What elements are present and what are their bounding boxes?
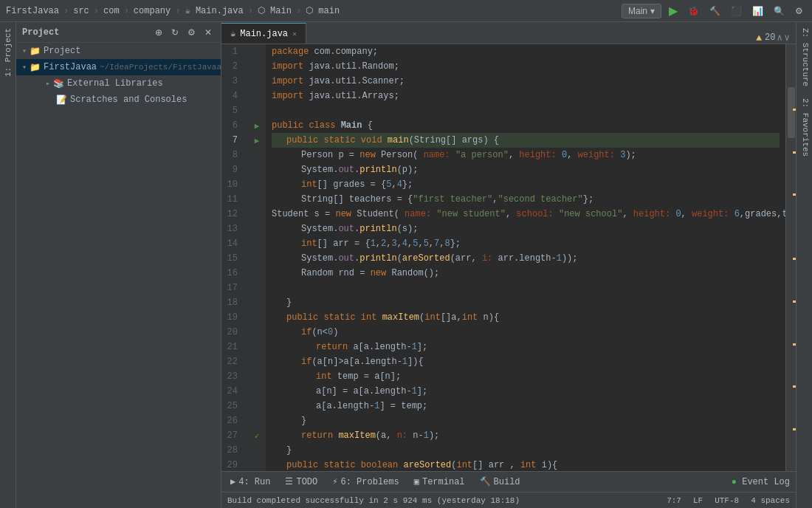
breadcrumb-main-class[interactable]: ⬡ Main: [258, 5, 292, 16]
gutter-19: [248, 310, 266, 325]
code-line-7: public static void main(String[] args) {: [272, 133, 780, 148]
sidebar-header: Project ⊕ ↻ ⚙ ✕: [16, 22, 221, 43]
warn-marker-6: [793, 343, 796, 346]
problems-label: 6: Problems: [341, 477, 399, 487]
search-button[interactable]: 🔍: [771, 4, 788, 18]
project-tab[interactable]: 1: Project: [1, 22, 15, 83]
structure-tab[interactable]: Z: Structure: [796, 22, 812, 92]
tree-item-scratches[interactable]: 📝 Scratches and Consoles: [16, 92, 221, 108]
terminal-btn[interactable]: ▣ Terminal: [411, 475, 468, 489]
code-line-22: if(a[n]>a[a.length-1]){: [272, 354, 780, 369]
breadcrumb-area: FirstJavaa › src › com › company › ☕ Mai…: [6, 5, 622, 16]
gutter-12: [248, 207, 266, 222]
problems-btn[interactable]: ⚡ 6: Problems: [329, 475, 402, 489]
branch-dropdown-icon: ▾: [650, 6, 655, 16]
favorites-tab[interactable]: 2: Favorites: [796, 92, 812, 162]
code-line-8: Person p = new Person( name: "a person",…: [272, 148, 780, 162]
code-area[interactable]: package com.company; import java.util.Ra…: [266, 44, 785, 471]
tab-mainjava[interactable]: ☕ Main.java ✕: [221, 23, 306, 44]
firstjavaa-path: ~/IdeaProjects/FirstJavaa: [100, 63, 221, 72]
firstjavaa-icon: 📁: [30, 62, 41, 73]
ln-15: 15: [221, 251, 242, 266]
firstjavaa-label: FirstJavaa: [44, 62, 97, 72]
sidebar-tree: ▾ 📁 Project ▾ 📁 FirstJavaa ~/IdeaProject…: [16, 43, 221, 508]
sidebar-settings-btn[interactable]: ⚙: [185, 26, 199, 39]
encoding[interactable]: UTF-8: [715, 496, 739, 505]
event-log-btn[interactable]: ● Event Log: [732, 477, 790, 487]
breadcrumb-com[interactable]: com: [103, 6, 120, 16]
warnings-area[interactable]: ▲ 20 ∧ ∨: [750, 32, 796, 44]
run-toolbar-btn[interactable]: ▶ 4: Run: [227, 475, 273, 489]
ln-1: 1: [221, 44, 242, 59]
tree-item-external-libs[interactable]: ▸ 📚 External Libraries: [16, 75, 221, 92]
warn-marker-5: [793, 301, 796, 303]
warn-marker-7: [793, 385, 796, 388]
build-toolbar-btn[interactable]: 🔨 Build: [477, 475, 523, 489]
warn-marker-8: [793, 428, 796, 430]
sidebar-add-btn[interactable]: ⊕: [152, 26, 165, 39]
sidebar-title: Project: [22, 27, 59, 38]
warn-marker-4: [793, 258, 796, 260]
indent-setting[interactable]: 4 spaces: [751, 496, 790, 505]
scrollbar[interactable]: [785, 44, 796, 471]
settings-button[interactable]: ⚙: [792, 4, 806, 18]
run-button[interactable]: ▶: [666, 2, 681, 19]
stop-button[interactable]: ⬛: [728, 4, 745, 18]
line-ending[interactable]: LF: [693, 496, 703, 505]
sidebar-sync-btn[interactable]: ↻: [168, 26, 182, 39]
cursor-position[interactable]: 7:7: [667, 496, 681, 505]
breadcrumb-mainjava[interactable]: ☕ Main.java: [185, 5, 243, 16]
code-line-12: Student s = new Student( name: "new stud…: [272, 207, 780, 222]
gutter-13: [248, 222, 266, 236]
event-log-icon: ●: [732, 477, 737, 487]
extlibs-label: External Libraries: [67, 78, 163, 89]
branch-selector[interactable]: Main ▾: [622, 4, 661, 18]
ln-24: 24: [221, 384, 242, 399]
code-line-14: int[] arr = {1,2,3,4,5,5,7,8};: [272, 236, 780, 251]
gutter-8: [248, 148, 266, 162]
project-arrow: ▾: [22, 47, 27, 55]
coverage-button[interactable]: 📊: [749, 4, 766, 18]
breadcrumb-company[interactable]: company: [134, 6, 171, 16]
code-line-15: System.out.println(areSorted(arr, i: arr…: [272, 251, 780, 266]
code-line-17: [272, 281, 780, 295]
breadcrumb-firstjavaa[interactable]: FirstJavaa: [6, 6, 59, 16]
gutter-26: [248, 413, 266, 428]
code-line-16: Random rnd = new Random();: [272, 266, 780, 281]
code-line-9: System.out.println(p);: [272, 162, 780, 177]
warn-nav-up[interactable]: ∧: [777, 32, 782, 44]
breadcrumb-main-method[interactable]: ⬡ main: [306, 5, 340, 16]
debug-button[interactable]: 🐞: [685, 4, 702, 18]
ln-23: 23: [221, 369, 242, 384]
breadcrumb-src[interactable]: src: [73, 6, 89, 16]
warn-nav-down[interactable]: ∨: [784, 32, 790, 44]
code-line-5: [272, 103, 780, 118]
status-right: 7:7 LF UTF-8 4 spaces: [667, 496, 790, 505]
gutter-11: [248, 192, 266, 207]
tree-item-firstjavaa[interactable]: ▾ 📁 FirstJavaa ~/IdeaProjects/FirstJavaa: [16, 59, 221, 75]
ln-5: 5: [221, 103, 242, 118]
todo-btn[interactable]: ☰ TODO: [282, 475, 320, 489]
warn-marker-3: [793, 193, 796, 196]
tab-mainjava-close[interactable]: ✕: [292, 30, 297, 38]
tree-item-project[interactable]: ▾ 📁 Project: [16, 43, 221, 59]
ln-21: 21: [221, 340, 242, 354]
gutter-18: [248, 295, 266, 310]
top-bar: FirstJavaa › src › com › company › ☕ Mai…: [0, 0, 812, 22]
ln-16: 16: [221, 266, 242, 281]
gutter-6[interactable]: ▶: [248, 118, 266, 133]
scroll-thumb[interactable]: [788, 87, 795, 138]
code-line-11: String[] teachers = {"first teacher","se…: [272, 192, 780, 207]
ln-25: 25: [221, 399, 242, 413]
right-side-tabs: Z: Structure 2: Favorites: [796, 22, 812, 508]
code-line-21: return a[a.length-1];: [272, 340, 780, 354]
code-line-29: public static boolean areSorted(int[] ar…: [272, 458, 780, 471]
gutter-7[interactable]: ▶: [248, 133, 266, 148]
sidebar-close-btn[interactable]: ✕: [202, 26, 215, 39]
build-button[interactable]: 🔨: [706, 4, 723, 18]
run-label: 4: Run: [238, 477, 270, 487]
ln-29: 29: [221, 458, 242, 471]
ln-9: 9: [221, 162, 242, 177]
branch-name: Main: [628, 6, 647, 16]
status-indicators: ● Event Log: [732, 477, 790, 487]
